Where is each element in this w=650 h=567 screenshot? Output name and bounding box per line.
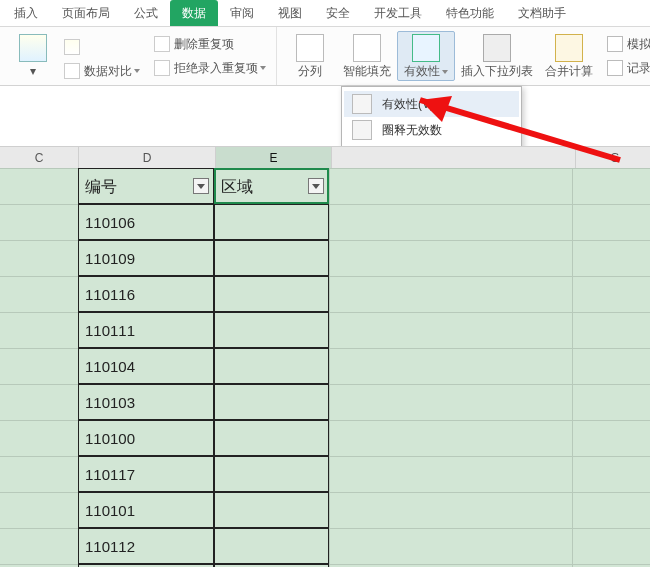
consolidate-button[interactable]: 合并计算 [539,32,599,80]
table-header-cell[interactable]: 编号 [78,168,214,204]
record-form-icon [607,60,623,76]
table-cell[interactable] [214,528,329,564]
tab-审阅[interactable]: 审阅 [218,0,266,26]
smart-fill-icon [353,34,381,62]
consolidate-label: 合并计算 [545,64,593,78]
table-cell[interactable]: 110104 [78,348,214,384]
smart-fill-label: 智能填充 [343,64,391,78]
column-header-row: CDEG [0,146,650,170]
tab-页面布局[interactable]: 页面布局 [50,0,122,26]
table-header-cell[interactable]: 区域 [214,168,329,204]
compare-label: 数据对比 [84,64,132,78]
validity-label: 有效性 [404,64,448,78]
insert-dropdown-icon [483,34,511,62]
text-to-columns-button[interactable]: 分列 [283,32,337,80]
column-header-C[interactable]: C [0,147,79,169]
tab-数据[interactable]: 数据 [170,0,218,26]
filter-button[interactable] [193,178,209,194]
record-form-button[interactable]: 记录单 [603,56,650,80]
record-form-label: 记录单 [627,61,650,75]
table-cell[interactable] [214,276,329,312]
ribbon-group-tools: 分列 智能填充 有效性 插入下拉列表 合并计算 模拟分析 记录单 [277,27,650,85]
table-cell[interactable] [214,456,329,492]
column-header-E[interactable]: E [216,147,332,169]
table-cell[interactable]: 110117 [78,456,214,492]
insert-dropdown-label: 插入下拉列表 [461,64,533,78]
tab-开发工具[interactable]: 开发工具 [362,0,434,26]
table-cell[interactable] [214,204,329,240]
validity-icon [412,34,440,62]
caret-icon [134,69,140,73]
ribbon-group-table: ▾ 数据对比 删除重复项 拒绝录入重复项 [0,27,277,85]
table-cell[interactable]: 110112 [78,528,214,564]
table-cell[interactable]: 110109 [78,240,214,276]
table-cell[interactable] [214,348,329,384]
tab-公式[interactable]: 公式 [122,0,170,26]
whatif-label: 模拟分析 [627,37,650,51]
filter-button[interactable] [308,178,324,194]
table-cell[interactable] [214,384,329,420]
table-cell[interactable]: 110116 [78,276,214,312]
pivot-icon [19,34,47,62]
menu-item-label: 圈释无效数 [382,122,442,139]
smart-fill-button[interactable]: 智能填充 [337,32,397,80]
sort-asc-button[interactable] [60,35,88,59]
spreadsheet-grid[interactable]: 编号区域110106110109110116110111110104110103… [0,168,650,567]
table-cell[interactable]: 110101 [78,492,214,528]
column-header[interactable] [332,147,576,169]
menu-item-validity[interactable]: 有效性(V) [344,91,519,117]
insert-dropdown-button[interactable]: 插入下拉列表 [455,32,539,80]
dedup-stack: 删除重复项 拒绝录入重复项 [150,32,270,80]
reject-dup-button[interactable]: 拒绝录入重复项 [150,56,270,80]
tab-strip: 插入页面布局公式数据审阅视图安全开发工具特色功能文档助手 [0,0,650,27]
tab-文档助手[interactable]: 文档助手 [506,0,578,26]
sort-asc-icon [64,39,80,55]
table-cell[interactable] [214,420,329,456]
pivot-button[interactable]: ▾ [6,32,60,80]
column-header-D[interactable]: D [79,147,216,169]
dedup-icon [154,36,170,52]
circle-invalid-icon [352,120,372,140]
tab-插入[interactable]: 插入 [2,0,50,26]
table-cell[interactable] [214,312,329,348]
table-cell[interactable]: 110106 [78,204,214,240]
text-to-columns-label: 分列 [298,64,322,78]
whatif-icon [607,36,623,52]
validity-icon [352,94,372,114]
reject-dup-label: 拒绝录入重复项 [174,61,258,75]
menu-item-label: 有效性(V) [382,96,434,113]
pivot-caret: ▾ [30,64,36,78]
tab-视图[interactable]: 视图 [266,0,314,26]
compare-button[interactable]: 数据对比 [60,59,144,83]
dedup-button[interactable]: 删除重复项 [150,32,238,56]
table-cell[interactable]: 110100 [78,420,214,456]
analysis-stack: 模拟分析 记录单 [603,32,650,80]
table-cell[interactable]: 110103 [78,384,214,420]
consolidate-icon [555,34,583,62]
column-header-G[interactable]: G [576,147,650,169]
menu-item-circle-invalid[interactable]: 圈释无效数 [344,117,519,143]
text-to-columns-icon [296,34,324,62]
caret-icon [260,66,266,70]
compare-icon [64,63,80,79]
whatif-button[interactable]: 模拟分析 [603,32,650,56]
ribbon: ▾ 数据对比 删除重复项 拒绝录入重复项 分列 智能填 [0,27,650,86]
caret-icon [442,70,448,74]
tab-特色功能[interactable]: 特色功能 [434,0,506,26]
table-cell[interactable] [214,240,329,276]
tab-安全[interactable]: 安全 [314,0,362,26]
dedup-label: 删除重复项 [174,37,234,51]
table-cell[interactable] [214,492,329,528]
validity-button[interactable]: 有效性 [397,31,455,81]
reject-dup-icon [154,60,170,76]
compare-stack: 数据对比 [60,29,144,83]
table-cell[interactable]: 110111 [78,312,214,348]
